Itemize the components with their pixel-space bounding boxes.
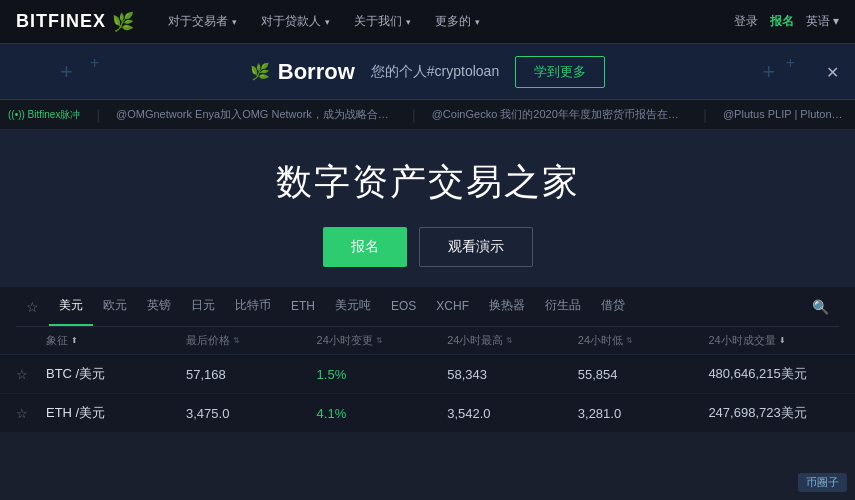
th-last-price[interactable]: 最后价格 ⇅ — [186, 333, 317, 348]
nav-item-about[interactable]: 关于我们 ▾ — [344, 5, 421, 38]
chevron-down-icon: ▾ — [232, 17, 237, 27]
sort-icon: ⇅ — [626, 336, 633, 345]
decoration-plus-small: + — [90, 54, 99, 72]
th-change[interactable]: 24小时变更 ⇅ — [317, 333, 448, 348]
chevron-down-icon: ▾ — [475, 17, 480, 27]
market-tabs: ☆ 美元 欧元 英镑 日元 比特币 ETH 美元吨 EOS XCHF 换热器 衍… — [16, 287, 839, 327]
row-high-btc: 58,343 — [447, 367, 578, 382]
row-change-eth: 4.1% — [317, 406, 448, 421]
row-low-eth: 3,281.0 — [578, 406, 709, 421]
login-button[interactable]: 登录 — [734, 13, 758, 30]
row-star-eth[interactable]: ☆ — [16, 406, 46, 421]
search-icon[interactable]: 🔍 — [802, 289, 839, 325]
row-price-eth: 3,475.0 — [186, 406, 317, 421]
decoration-plus-right-small: + — [786, 54, 795, 72]
tab-eur[interactable]: 欧元 — [93, 287, 137, 326]
news-ticker: ((•)) Bitfinex脉冲 | @OMGnetwork Enya加入OMG… — [0, 100, 855, 130]
borrow-leaf-icon: 🌿 — [250, 62, 270, 81]
close-icon[interactable]: ✕ — [826, 62, 839, 81]
page-title: 数字资产交易之家 — [276, 158, 580, 207]
banner-tagline: 您的个人#cryptoloan — [371, 63, 499, 81]
row-pair-eth: ETH /美元 — [46, 404, 186, 422]
tab-lending[interactable]: 借贷 — [591, 287, 635, 326]
row-pair-btc: BTC /美元 — [46, 365, 186, 383]
th-symbol[interactable]: 象征 ⬆ — [46, 333, 186, 348]
promo-banner: + + + + 🌿 Borrow 您的个人#cryptoloan 学到更多 ✕ — [0, 44, 855, 100]
tab-btc[interactable]: 比特币 — [225, 287, 281, 326]
decoration-plus-right: + — [762, 59, 775, 85]
ticker-separator-3: | — [703, 107, 707, 123]
nav-item-traders[interactable]: 对于交易者 ▾ — [158, 5, 247, 38]
logo[interactable]: BITFINEX 🌿 — [16, 11, 134, 33]
row-star-btc[interactable]: ☆ — [16, 367, 46, 382]
hero-buttons: 报名 观看演示 — [323, 227, 533, 267]
navbar: BITFINEX 🌿 对于交易者 ▾ 对于贷款人 ▾ 关于我们 ▾ 更多的 ▾ … — [0, 0, 855, 44]
learn-more-button[interactable]: 学到更多 — [515, 56, 605, 88]
logo-text: BITFINEX — [16, 11, 106, 32]
table-row[interactable]: ☆ ETH /美元 3,475.0 4.1% 3,542.0 3,281.0 2… — [0, 394, 855, 433]
chevron-down-icon: ▾ — [325, 17, 330, 27]
nav-right: 登录 报名 英语 ▾ — [734, 13, 839, 30]
nav-item-lenders[interactable]: 对于贷款人 ▾ — [251, 5, 340, 38]
table-row[interactable]: ☆ BTC /美元 57,168 1.5% 58,343 55,854 480,… — [0, 355, 855, 394]
sort-icon: ⇅ — [233, 336, 240, 345]
chevron-down-icon: ▾ — [406, 17, 411, 27]
market-section: ☆ 美元 欧元 英镑 日元 比特币 ETH 美元吨 EOS XCHF 换热器 衍… — [0, 287, 855, 327]
banner-borrow-brand: 🌿 Borrow — [250, 59, 355, 85]
th-low[interactable]: 24小时低 ⇅ — [578, 333, 709, 348]
row-low-btc: 55,854 — [578, 367, 709, 382]
watermark: 币圈子 — [798, 473, 847, 492]
row-volume-eth: 247,698,723美元 — [708, 404, 839, 422]
ticker-item-3: @Plutus PLIP | Pluton流动 — [723, 107, 847, 122]
th-high[interactable]: 24小时最高 ⇅ — [447, 333, 578, 348]
row-change-btc: 1.5% — [317, 367, 448, 382]
tab-usd[interactable]: 美元 — [49, 287, 93, 326]
tab-eos[interactable]: EOS — [381, 289, 426, 325]
banner-content: 🌿 Borrow 您的个人#cryptoloan 学到更多 — [250, 56, 605, 88]
tab-xchf[interactable]: XCHF — [426, 289, 479, 325]
tab-gbp[interactable]: 英镑 — [137, 287, 181, 326]
favorites-tab[interactable]: ☆ — [16, 289, 49, 325]
tab-jpy[interactable]: 日元 — [181, 287, 225, 326]
ticker-separator: | — [96, 107, 100, 123]
ticker-separator-2: | — [412, 107, 416, 123]
nav-items: 对于交易者 ▾ 对于贷款人 ▾ 关于我们 ▾ 更多的 ▾ — [158, 5, 734, 38]
ticker-item-2: @CoinGecko 我们的2020年年度加密货币报告在这里！ — [432, 107, 688, 122]
logo-leaf-icon: 🌿 — [112, 11, 134, 33]
chevron-down-icon: ▾ — [833, 14, 839, 28]
table-header: 象征 ⬆ 最后价格 ⇅ 24小时变更 ⇅ 24小时最高 ⇅ 24小时低 ⇅ 24… — [0, 327, 855, 355]
tab-swap[interactable]: 换热器 — [479, 287, 535, 326]
sort-icon-desc: ⬇ — [779, 336, 786, 345]
ticker-item-1: @OMGnetwork Enya加入OMG Network，成为战略合作伙伴 — [116, 107, 396, 122]
nav-item-more[interactable]: 更多的 ▾ — [425, 5, 490, 38]
row-price-btc: 57,168 — [186, 367, 317, 382]
th-volume[interactable]: 24小时成交量 ⬇ — [708, 333, 839, 348]
pulse-label: ((•)) Bitfinex脉冲 — [8, 108, 80, 122]
market-table: 象征 ⬆ 最后价格 ⇅ 24小时变更 ⇅ 24小时最高 ⇅ 24小时低 ⇅ 24… — [0, 327, 855, 433]
borrow-title: Borrow — [278, 59, 355, 85]
tab-eth[interactable]: ETH — [281, 289, 325, 325]
demo-button[interactable]: 观看演示 — [419, 227, 533, 267]
tab-usdton[interactable]: 美元吨 — [325, 287, 381, 326]
sort-icon: ⬆ — [71, 336, 78, 345]
register-button[interactable]: 报名 — [770, 13, 794, 30]
register-cta-button[interactable]: 报名 — [323, 227, 407, 267]
row-volume-btc: 480,646,215美元 — [708, 365, 839, 383]
language-selector[interactable]: 英语 ▾ — [806, 13, 839, 30]
hero-section: 数字资产交易之家 报名 观看演示 — [0, 130, 855, 287]
sort-icon: ⇅ — [506, 336, 513, 345]
sort-icon: ⇅ — [376, 336, 383, 345]
tab-derivatives[interactable]: 衍生品 — [535, 287, 591, 326]
decoration-plus: + — [60, 61, 73, 83]
row-high-eth: 3,542.0 — [447, 406, 578, 421]
th-star — [16, 333, 46, 348]
